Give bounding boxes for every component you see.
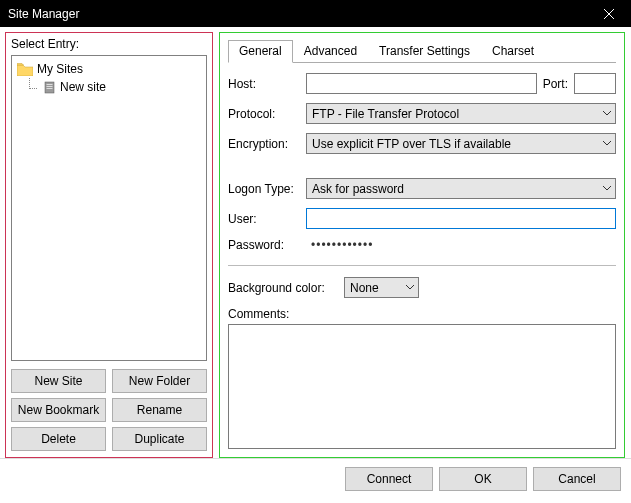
chevron-down-icon xyxy=(603,141,611,146)
host-label: Host: xyxy=(228,77,300,91)
cancel-button[interactable]: Cancel xyxy=(533,467,621,491)
left-panel: Select Entry: My Sites New site New Site… xyxy=(5,32,213,458)
password-value: •••••••••••• xyxy=(306,238,616,252)
tab-bar: General Advanced Transfer Settings Chars… xyxy=(228,39,616,63)
chevron-down-icon xyxy=(603,186,611,191)
tab-general[interactable]: General xyxy=(228,40,293,63)
duplicate-button[interactable]: Duplicate xyxy=(112,427,207,451)
port-input[interactable] xyxy=(574,73,616,94)
encryption-select[interactable]: Use explicit FTP over TLS if available xyxy=(306,133,616,154)
chevron-down-icon xyxy=(603,111,611,116)
delete-button[interactable]: Delete xyxy=(11,427,106,451)
tab-charset[interactable]: Charset xyxy=(481,40,545,63)
close-icon xyxy=(604,9,614,19)
logon-label: Logon Type: xyxy=(228,182,300,196)
tree-root-label: My Sites xyxy=(37,62,83,76)
folder-icon xyxy=(17,63,33,76)
bgcolor-value: None xyxy=(350,281,379,295)
bgcolor-label: Background color: xyxy=(228,281,338,295)
protocol-value: FTP - File Transfer Protocol xyxy=(312,107,459,121)
tree-child[interactable]: New site xyxy=(15,78,203,96)
protocol-label: Protocol: xyxy=(228,107,300,121)
port-label: Port: xyxy=(543,77,568,91)
comments-label: Comments: xyxy=(228,307,616,321)
user-input[interactable] xyxy=(306,208,616,229)
new-bookmark-button[interactable]: New Bookmark xyxy=(11,398,106,422)
titlebar: Site Manager xyxy=(0,0,631,27)
tree-root[interactable]: My Sites xyxy=(15,60,203,78)
rename-button[interactable]: Rename xyxy=(112,398,207,422)
user-label: User: xyxy=(228,212,300,226)
tab-transfer[interactable]: Transfer Settings xyxy=(368,40,481,63)
tab-advanced[interactable]: Advanced xyxy=(293,40,368,63)
logon-value: Ask for password xyxy=(312,182,404,196)
tree-child-label: New site xyxy=(60,80,106,94)
password-label: Password: xyxy=(228,238,300,252)
host-input[interactable] xyxy=(306,73,537,94)
tree-connector xyxy=(25,78,39,96)
ok-button[interactable]: OK xyxy=(439,467,527,491)
right-panel: General Advanced Transfer Settings Chars… xyxy=(219,32,625,458)
window-title: Site Manager xyxy=(8,7,79,21)
comments-input[interactable] xyxy=(228,324,616,449)
divider xyxy=(228,265,616,266)
footer: Connect OK Cancel xyxy=(0,458,631,498)
svg-rect-0 xyxy=(45,82,54,93)
svg-rect-2 xyxy=(47,86,53,87)
select-entry-label: Select Entry: xyxy=(11,37,207,51)
close-button[interactable] xyxy=(586,0,631,27)
new-site-button[interactable]: New Site xyxy=(11,369,106,393)
new-folder-button[interactable]: New Folder xyxy=(112,369,207,393)
chevron-down-icon xyxy=(406,285,414,290)
encryption-label: Encryption: xyxy=(228,137,300,151)
server-icon xyxy=(43,81,56,94)
logon-select[interactable]: Ask for password xyxy=(306,178,616,199)
site-tree[interactable]: My Sites New site xyxy=(11,55,207,361)
svg-rect-3 xyxy=(47,88,53,89)
encryption-value: Use explicit FTP over TLS if available xyxy=(312,137,511,151)
svg-rect-1 xyxy=(47,84,53,85)
connect-button[interactable]: Connect xyxy=(345,467,433,491)
bgcolor-select[interactable]: None xyxy=(344,277,419,298)
protocol-select[interactable]: FTP - File Transfer Protocol xyxy=(306,103,616,124)
